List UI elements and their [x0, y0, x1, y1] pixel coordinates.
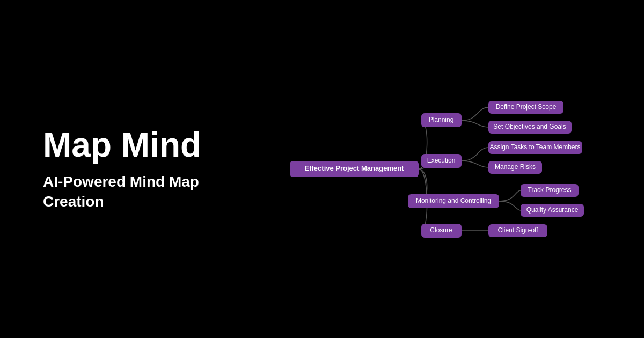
signoff-label: Client Sign-off	[497, 226, 538, 234]
execution-node-label: Execution	[427, 157, 456, 164]
objectives-label: Set Objectives and Goals	[493, 123, 566, 130]
track-progress-label: Track Progress	[528, 186, 572, 194]
monitoring-node-label: Monitoring and Controlling	[416, 197, 491, 204]
connector-track-progress	[499, 190, 521, 201]
define-scope-label: Define Project Scope	[496, 103, 557, 111]
center-node-label: Effective Project Management	[305, 164, 405, 172]
connector-assign-tasks	[462, 148, 488, 161]
connector-define-scope	[462, 107, 488, 121]
assign-tasks-label: Assign Tasks to Team Members	[490, 143, 581, 151]
mindmap-container: Effective Project Management Planning De…	[241, 0, 644, 338]
mindmap-svg: Effective Project Management Planning De…	[241, 0, 644, 338]
connector-objectives	[462, 121, 488, 127]
closure-node-label: Closure	[430, 226, 452, 234]
connector-quality	[499, 201, 521, 210]
left-panel: Map Mind AI-Powered Mind MapCreation	[43, 126, 201, 211]
quality-label: Quality Assurance	[526, 206, 579, 214]
planning-node-label: Planning	[429, 116, 454, 123]
app-title: Map Mind	[43, 126, 201, 164]
connector-manage-risks	[462, 161, 488, 167]
app-subtitle: AI-Powered Mind MapCreation	[43, 173, 201, 212]
manage-risks-label: Manage Risks	[495, 163, 536, 171]
